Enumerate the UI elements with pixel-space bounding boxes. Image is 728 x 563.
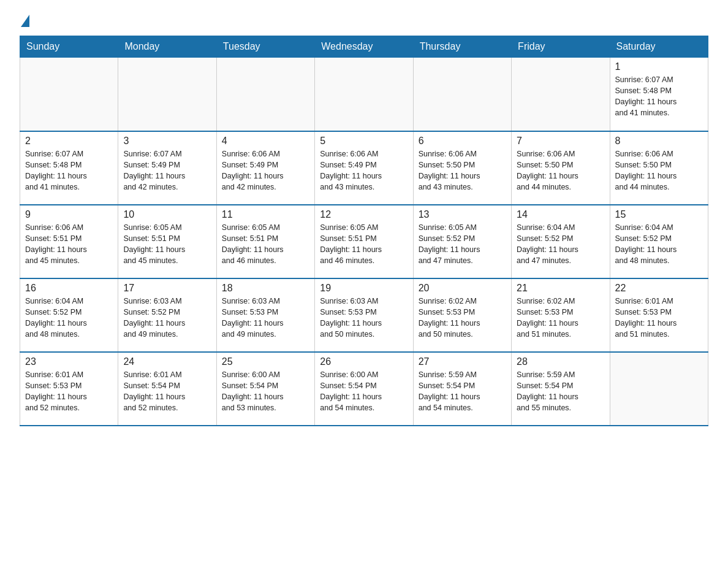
day-info: Sunrise: 6:04 AM Sunset: 5:52 PM Dayligh…: [615, 222, 703, 267]
calendar-cell: 12Sunrise: 6:05 AM Sunset: 5:51 PM Dayli…: [315, 205, 413, 278]
day-info: Sunrise: 6:05 AM Sunset: 5:52 PM Dayligh…: [419, 222, 506, 267]
calendar-cell: 19Sunrise: 6:03 AM Sunset: 5:53 PM Dayli…: [315, 278, 413, 352]
day-number: 26: [320, 356, 408, 367]
calendar-cell: 24Sunrise: 6:01 AM Sunset: 5:54 PM Dayli…: [118, 352, 216, 426]
calendar-cell: 2Sunrise: 6:07 AM Sunset: 5:48 PM Daylig…: [20, 131, 118, 205]
header-day-wednesday: Wednesday: [315, 36, 413, 58]
day-info: Sunrise: 5:59 AM Sunset: 5:54 PM Dayligh…: [419, 369, 506, 414]
day-info: Sunrise: 6:05 AM Sunset: 5:51 PM Dayligh…: [123, 222, 211, 267]
calendar-cell: 8Sunrise: 6:06 AM Sunset: 5:50 PM Daylig…: [610, 131, 708, 205]
calendar-cell: 25Sunrise: 6:00 AM Sunset: 5:54 PM Dayli…: [216, 352, 314, 426]
day-number: 4: [222, 136, 309, 147]
day-info: Sunrise: 6:06 AM Sunset: 5:50 PM Dayligh…: [517, 148, 604, 193]
day-info: Sunrise: 6:06 AM Sunset: 5:51 PM Dayligh…: [25, 222, 113, 267]
day-number: 7: [517, 136, 604, 147]
calendar-cell: 7Sunrise: 6:06 AM Sunset: 5:50 PM Daylig…: [512, 131, 610, 205]
calendar-cell: 17Sunrise: 6:03 AM Sunset: 5:52 PM Dayli…: [118, 278, 216, 352]
day-info: Sunrise: 6:01 AM Sunset: 5:54 PM Dayligh…: [123, 369, 211, 414]
day-number: 1: [615, 61, 703, 72]
day-info: Sunrise: 6:03 AM Sunset: 5:53 PM Dayligh…: [222, 296, 309, 340]
calendar-cell: 18Sunrise: 6:03 AM Sunset: 5:53 PM Dayli…: [216, 278, 314, 352]
header-day-saturday: Saturday: [610, 36, 708, 58]
calendar-cell: 20Sunrise: 6:02 AM Sunset: 5:53 PM Dayli…: [413, 278, 511, 352]
day-info: Sunrise: 6:03 AM Sunset: 5:52 PM Dayligh…: [123, 296, 211, 340]
day-number: 13: [419, 209, 506, 220]
calendar-cell: 5Sunrise: 6:06 AM Sunset: 5:49 PM Daylig…: [315, 131, 413, 205]
calendar-cell: 21Sunrise: 6:02 AM Sunset: 5:53 PM Dayli…: [512, 278, 610, 352]
header-day-thursday: Thursday: [413, 36, 511, 58]
header-day-friday: Friday: [512, 36, 610, 58]
calendar-cell: 14Sunrise: 6:04 AM Sunset: 5:52 PM Dayli…: [512, 205, 610, 278]
day-info: Sunrise: 6:01 AM Sunset: 5:53 PM Dayligh…: [25, 369, 113, 414]
calendar-cell: [512, 58, 610, 131]
day-info: Sunrise: 6:06 AM Sunset: 5:49 PM Dayligh…: [320, 148, 408, 193]
day-number: 19: [320, 283, 408, 294]
day-number: 3: [123, 136, 211, 147]
page-header: [20, 15, 708, 26]
day-info: Sunrise: 6:03 AM Sunset: 5:53 PM Dayligh…: [320, 296, 408, 340]
day-number: 2: [25, 136, 113, 147]
calendar-week-5: 23Sunrise: 6:01 AM Sunset: 5:53 PM Dayli…: [20, 352, 708, 426]
day-info: Sunrise: 5:59 AM Sunset: 5:54 PM Dayligh…: [517, 369, 604, 414]
day-number: 25: [222, 356, 309, 367]
calendar-week-3: 9Sunrise: 6:06 AM Sunset: 5:51 PM Daylig…: [20, 205, 708, 278]
day-number: 8: [615, 136, 703, 147]
day-info: Sunrise: 6:04 AM Sunset: 5:52 PM Dayligh…: [517, 222, 604, 267]
calendar-cell: [216, 58, 314, 131]
calendar-cell: 28Sunrise: 5:59 AM Sunset: 5:54 PM Dayli…: [512, 352, 610, 426]
day-info: Sunrise: 6:07 AM Sunset: 5:48 PM Dayligh…: [25, 148, 113, 193]
day-info: Sunrise: 6:00 AM Sunset: 5:54 PM Dayligh…: [320, 369, 408, 414]
calendar-cell: [413, 58, 511, 131]
day-number: 23: [25, 356, 113, 367]
header-day-sunday: Sunday: [20, 36, 118, 58]
day-info: Sunrise: 6:05 AM Sunset: 5:51 PM Dayligh…: [222, 222, 309, 267]
day-info: Sunrise: 6:05 AM Sunset: 5:51 PM Dayligh…: [320, 222, 408, 267]
day-number: 24: [123, 356, 211, 367]
day-info: Sunrise: 6:06 AM Sunset: 5:49 PM Dayligh…: [222, 148, 309, 193]
logo-triangle-icon: [21, 15, 29, 27]
calendar-cell: 22Sunrise: 6:01 AM Sunset: 5:53 PM Dayli…: [610, 278, 708, 352]
day-number: 18: [222, 283, 309, 294]
day-number: 14: [517, 209, 604, 220]
calendar-cell: 4Sunrise: 6:06 AM Sunset: 5:49 PM Daylig…: [216, 131, 314, 205]
day-number: 27: [419, 356, 506, 367]
day-info: Sunrise: 6:02 AM Sunset: 5:53 PM Dayligh…: [419, 296, 506, 340]
day-info: Sunrise: 6:01 AM Sunset: 5:53 PM Dayligh…: [615, 296, 703, 340]
day-number: 22: [615, 283, 703, 294]
day-number: 11: [222, 209, 309, 220]
day-info: Sunrise: 6:07 AM Sunset: 5:48 PM Dayligh…: [615, 74, 703, 119]
day-number: 16: [25, 283, 113, 294]
day-number: 20: [419, 283, 506, 294]
day-info: Sunrise: 6:02 AM Sunset: 5:53 PM Dayligh…: [517, 296, 604, 340]
calendar-cell: [118, 58, 216, 131]
day-number: 21: [517, 283, 604, 294]
calendar-cell: 13Sunrise: 6:05 AM Sunset: 5:52 PM Dayli…: [413, 205, 511, 278]
calendar-cell: 26Sunrise: 6:00 AM Sunset: 5:54 PM Dayli…: [315, 352, 413, 426]
day-number: 9: [25, 209, 113, 220]
header-day-tuesday: Tuesday: [216, 36, 314, 58]
calendar-week-4: 16Sunrise: 6:04 AM Sunset: 5:52 PM Dayli…: [20, 278, 708, 352]
calendar-cell: [315, 58, 413, 131]
calendar-cell: 1Sunrise: 6:07 AM Sunset: 5:48 PM Daylig…: [610, 58, 708, 131]
calendar-week-2: 2Sunrise: 6:07 AM Sunset: 5:48 PM Daylig…: [20, 131, 708, 205]
day-number: 6: [419, 136, 506, 147]
logo: [20, 15, 29, 26]
calendar-cell: 16Sunrise: 6:04 AM Sunset: 5:52 PM Dayli…: [20, 278, 118, 352]
day-number: 15: [615, 209, 703, 220]
day-number: 28: [517, 356, 604, 367]
day-number: 12: [320, 209, 408, 220]
calendar-cell: 23Sunrise: 6:01 AM Sunset: 5:53 PM Dayli…: [20, 352, 118, 426]
calendar-cell: 15Sunrise: 6:04 AM Sunset: 5:52 PM Dayli…: [610, 205, 708, 278]
calendar-cell: 9Sunrise: 6:06 AM Sunset: 5:51 PM Daylig…: [20, 205, 118, 278]
day-info: Sunrise: 6:07 AM Sunset: 5:49 PM Dayligh…: [123, 148, 211, 193]
calendar-cell: 3Sunrise: 6:07 AM Sunset: 5:49 PM Daylig…: [118, 131, 216, 205]
day-number: 5: [320, 136, 408, 147]
calendar-cell: 6Sunrise: 6:06 AM Sunset: 5:50 PM Daylig…: [413, 131, 511, 205]
calendar-cell: 11Sunrise: 6:05 AM Sunset: 5:51 PM Dayli…: [216, 205, 314, 278]
calendar-body: 1Sunrise: 6:07 AM Sunset: 5:48 PM Daylig…: [20, 58, 708, 426]
day-info: Sunrise: 6:00 AM Sunset: 5:54 PM Dayligh…: [222, 369, 309, 414]
day-number: 10: [123, 209, 211, 220]
calendar-cell: [610, 352, 708, 426]
calendar-cell: 10Sunrise: 6:05 AM Sunset: 5:51 PM Dayli…: [118, 205, 216, 278]
day-number: 17: [123, 283, 211, 294]
